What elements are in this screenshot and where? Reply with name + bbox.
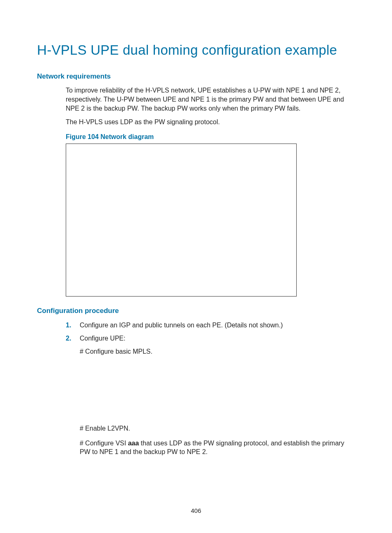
procedure-step-2: 2. Configure UPE: [66,334,355,343]
substep-configure-vsi: # Configure VSI aaa that uses LDP as the… [80,439,355,457]
page-title: H-VPLS UPE dual homing configuration exa… [37,41,355,60]
vsi-name-bold: aaa [128,440,139,447]
step-text: Configure an IGP and public tunnels on e… [80,321,355,330]
procedure-step-1: 1. Configure an IGP and public tunnels o… [66,321,355,330]
heading-configuration-procedure: Configuration procedure [37,306,355,316]
step-number: 1. [66,321,80,330]
blank-gap [37,362,355,423]
page-number: 406 [0,507,392,515]
nr-para-1: To improve reliability of the H-VPLS net… [66,86,355,113]
procedure-list: 1. Configure an IGP and public tunnels o… [66,321,355,343]
heading-network-requirements: Network requirements [37,72,355,81]
substep-configure-mpls: # Configure basic MPLS. [80,347,355,356]
config-procedure-body: 1. Configure an IGP and public tunnels o… [66,321,355,343]
substep-enable-l2vpn: # Enable L2VPN. [80,424,355,433]
step-text: Configure UPE: [80,334,355,343]
page-container: H-VPLS UPE dual homing configuration exa… [0,0,392,533]
network-requirements-body: To improve reliability of the H-VPLS net… [66,86,355,297]
figure-placeholder [66,144,297,297]
nr-para-2: The H-VPLS uses LDP as the PW signaling … [66,118,355,127]
figure-caption: Figure 104 Network diagram [66,132,355,141]
vsi-text-pre: # Configure VSI [80,440,128,447]
step-number: 2. [66,334,80,343]
